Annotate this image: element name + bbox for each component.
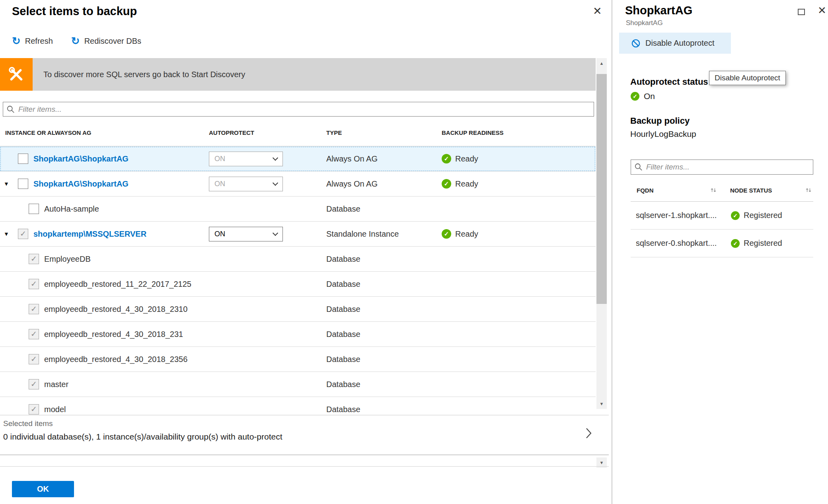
node-row[interactable]: sqlserver-0.shopkart....✓Registered <box>631 230 813 257</box>
row-checkbox[interactable]: ✓ <box>29 304 39 314</box>
table-row[interactable]: ShopkartAG\ShopkartAGONAlways On AG✓Read… <box>0 146 596 171</box>
type-cell: Database <box>326 380 442 389</box>
ready-check-icon: ✓ <box>442 154 451 163</box>
close-icon[interactable]: ✕ <box>818 4 826 17</box>
readiness-cell: ✓Ready <box>442 229 596 239</box>
table-row[interactable]: ✓EmployeeDBDatabase <box>0 247 596 272</box>
instance-cell: AutoHa-sample <box>0 197 209 221</box>
type-cell: Standalone Instance <box>326 230 442 239</box>
table-body: ShopkartAG\ShopkartAGONAlways On AG✓Read… <box>0 146 596 415</box>
row-name: AutoHa-sample <box>44 204 99 214</box>
status-text: Registered <box>744 211 782 220</box>
header-node-status[interactable]: NODE STATUS <box>730 187 813 194</box>
rediscover-dbs-button[interactable]: ↻ Rediscover DBs <box>71 36 141 46</box>
status-check-icon: ✓ <box>731 239 740 248</box>
autoprotect-dropdown[interactable]: ON <box>209 152 283 166</box>
table-header-row: INSTANCE OR ALWAYSON AG AUTOPROTECT TYPE… <box>0 119 596 146</box>
autoprotect-status: ✓ On <box>631 91 655 101</box>
type-cell: Always On AG <box>326 154 442 163</box>
filter-box <box>631 160 813 175</box>
row-checkbox[interactable] <box>18 154 28 164</box>
table-row[interactable]: ✓modelDatabase <box>0 397 596 415</box>
chevron-down-icon <box>273 230 278 235</box>
autoprotect-cell: ON <box>209 177 326 191</box>
row-name: EmployeeDB <box>44 255 91 264</box>
header-instance: INSTANCE OR ALWAYSON AG <box>0 129 209 136</box>
sort-icon[interactable] <box>710 187 717 193</box>
instance-cell: ✓employeedb_restored_4_30_2018_2310 <box>0 297 209 321</box>
refresh-button[interactable]: ↻ Refresh <box>12 36 53 46</box>
dropdown-value: ON <box>214 155 225 163</box>
scrollbar-thumb[interactable] <box>596 74 607 304</box>
readiness-cell: ✓Ready <box>442 154 596 163</box>
header-fqdn[interactable]: FQDN <box>631 187 730 194</box>
caret-down-icon[interactable]: ▼ <box>4 231 9 237</box>
filter-input[interactable] <box>18 105 590 114</box>
blade-subtitle: ShopkartAG <box>626 19 663 27</box>
row-checkbox[interactable]: ✓ <box>29 404 39 414</box>
table-row[interactable]: ✓masterDatabase <box>0 372 596 397</box>
header-backup-readiness: BACKUP READINESS <box>442 129 596 136</box>
row-checkbox[interactable]: ✓ <box>29 354 39 364</box>
disable-autoprotect-button[interactable]: Disable Autoprotect <box>619 33 731 54</box>
table-row[interactable]: ▼ShopkartAG\ShopkartAGONAlways On AG✓Rea… <box>0 171 596 197</box>
scroll-up-icon[interactable]: ▲ <box>596 58 607 68</box>
table-row[interactable]: ✓employeedb_restored_4_30_2018_2310Datab… <box>0 297 596 322</box>
type-cell: Always On AG <box>326 179 442 189</box>
restore-window-icon[interactable] <box>798 9 805 15</box>
autoprotect-status-value: On <box>644 91 655 101</box>
command-bar: ↻ Refresh ↻ Rediscover DBs <box>12 36 141 46</box>
refresh-icon: ↻ <box>71 36 80 46</box>
row-name: employeedb_restored_4_30_2018_231 <box>44 330 183 339</box>
selected-items-summary: Selected items 0 individual database(s),… <box>0 415 609 455</box>
table-scrollbar[interactable]: ▲ ▼ <box>596 58 607 409</box>
backup-items-table: INSTANCE OR ALWAYSON AG AUTOPROTECT TYPE… <box>0 119 596 415</box>
backup-policy-value: HourlyLogBackup <box>630 129 696 139</box>
tooltip: Disable Autoprotect <box>709 71 786 85</box>
row-checkbox[interactable]: ✓ <box>29 254 39 264</box>
node-row[interactable]: sqlserver-1.shopkart....✓Registered <box>631 202 813 230</box>
row-name[interactable]: shopkartemp\MSSQLSERVER <box>33 230 146 239</box>
instance-cell: ✓employeedb_restored_4_30_2018_2356 <box>0 347 209 372</box>
prohibit-icon <box>631 39 641 48</box>
readiness-text: Ready <box>455 230 478 239</box>
row-name[interactable]: ShopkartAG\ShopkartAG <box>33 179 129 189</box>
row-checkbox[interactable]: ✓ <box>29 379 39 389</box>
table-row[interactable]: AutoHa-sampleDatabase <box>0 197 596 222</box>
row-checkbox[interactable] <box>29 204 39 214</box>
blade-title: Select items to backup <box>12 5 137 18</box>
table-row[interactable]: ▼✓shopkartemp\MSSQLSERVERONStandalone In… <box>0 222 596 247</box>
instance-cell: ✓employeedb_restored_11_22_2017_2125 <box>0 272 209 296</box>
table-row[interactable]: ✓employeedb_restored_11_22_2017_2125Data… <box>0 272 596 297</box>
readiness-text: Ready <box>455 154 478 163</box>
chevron-right-icon[interactable] <box>586 427 592 439</box>
autoprotect-cell: ON <box>209 227 326 241</box>
instance-cell: ShopkartAG\ShopkartAG <box>0 146 209 171</box>
refresh-icon: ↻ <box>12 36 21 46</box>
filter-input[interactable] <box>646 163 810 171</box>
type-cell: Database <box>326 204 442 214</box>
nodes-table: FQDN NODE STATUS sqlserver-1.shopkart...… <box>631 179 813 257</box>
row-checkbox[interactable]: ✓ <box>18 229 28 239</box>
row-checkbox[interactable] <box>18 179 28 189</box>
row-name[interactable]: ShopkartAG\ShopkartAG <box>33 154 129 163</box>
autoprotect-dropdown[interactable]: ON <box>209 177 283 191</box>
selected-items-value: 0 individual database(s), 1 instance(s)/… <box>3 432 282 442</box>
divider <box>0 466 609 467</box>
fqdn-cell: sqlserver-1.shopkart.... <box>631 211 730 220</box>
table-row[interactable]: ✓employeedb_restored_4_30_2018_231Databa… <box>0 322 596 347</box>
scroll-down-icon[interactable]: ▼ <box>596 399 607 409</box>
autoprotect-dropdown[interactable]: ON <box>209 227 283 241</box>
table-row[interactable]: ✓employeedb_restored_4_30_2018_2356Datab… <box>0 347 596 372</box>
close-icon[interactable]: ✕ <box>593 5 602 18</box>
row-checkbox[interactable]: ✓ <box>29 279 39 289</box>
row-checkbox[interactable]: ✓ <box>29 329 39 339</box>
chevron-down-icon <box>273 180 278 185</box>
dropdown-value: ON <box>214 230 225 238</box>
ok-button[interactable]: OK <box>12 481 74 497</box>
instance-cell: ▼✓shopkartemp\MSSQLSERVER <box>0 222 209 246</box>
type-cell: Database <box>326 255 442 264</box>
sort-icon[interactable] <box>805 187 812 193</box>
type-cell: Database <box>326 355 442 364</box>
caret-down-icon[interactable]: ▼ <box>4 181 9 187</box>
